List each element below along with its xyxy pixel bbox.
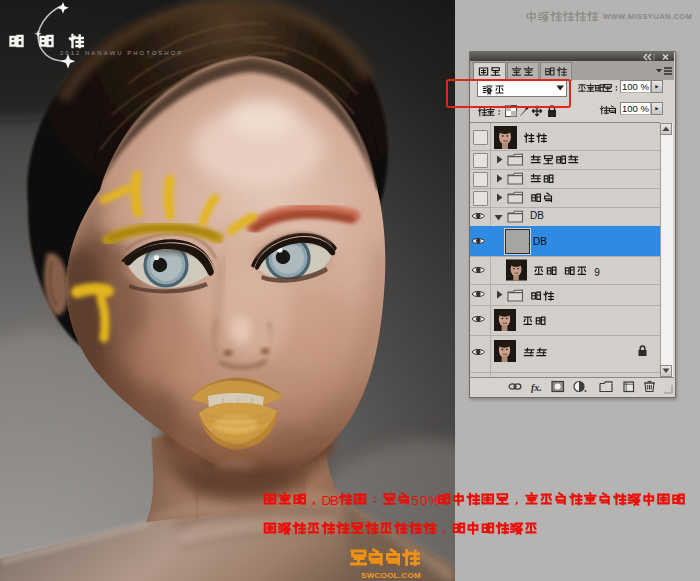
svg-text:5: 5 [412, 493, 420, 508]
svg-text:B: B [330, 493, 339, 508]
svg-text:fx.: fx. [531, 382, 542, 393]
svg-text:9: 9 [594, 267, 600, 278]
svg-text:0: 0 [420, 493, 428, 508]
